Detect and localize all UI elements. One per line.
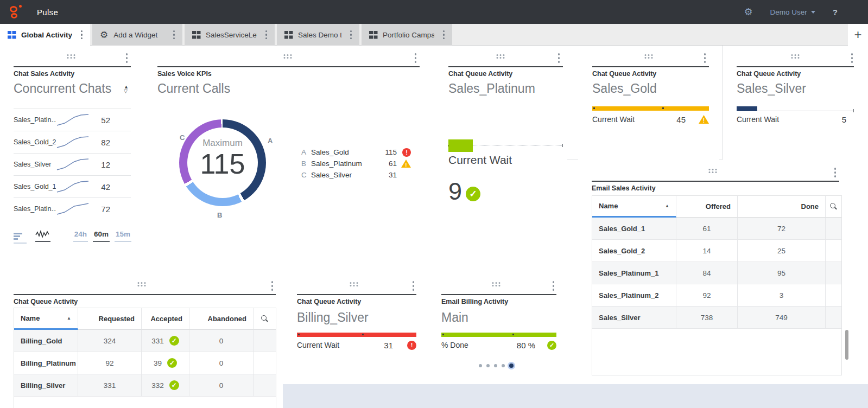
tab-salesservicelevel[interactable]: SalesServiceLevel — [185, 24, 275, 46]
widget-title: Chat Queue Activity — [297, 298, 361, 305]
donut-segment-label: C — [180, 133, 185, 142]
pager-dot[interactable] — [494, 364, 497, 367]
pager-dot[interactable] — [502, 364, 505, 367]
table-row[interactable]: Sales_Platinum_1 84 95 — [592, 262, 841, 284]
table-row[interactable]: Sales_Silver 738 749 — [592, 307, 841, 329]
table-row[interactable]: Billing_Silver 331 332 0 — [14, 374, 276, 397]
column-header-search[interactable] — [254, 308, 276, 330]
sparkline-list: Sales_Platin... 52 Sales_Gold_2 82 Sales… — [14, 109, 131, 220]
column-header-search[interactable] — [826, 196, 841, 218]
tab-menu-icon[interactable] — [262, 28, 271, 42]
drag-handle-icon[interactable] — [284, 54, 292, 59]
drag-handle-icon[interactable] — [645, 54, 653, 59]
tab-menu-icon[interactable] — [78, 28, 86, 42]
widget-title: Chat Queue Activity — [448, 70, 512, 78]
drag-handle-icon[interactable] — [137, 282, 145, 286]
metric-row: Current Wait 45 — [592, 114, 709, 125]
gauge-bar-green — [448, 139, 473, 152]
pager-dot[interactable] — [486, 364, 490, 367]
sparkline-view-icon[interactable] — [35, 230, 50, 242]
list-item[interactable]: Sales_Platin... 72 — [14, 197, 131, 220]
sort-toggle-icon[interactable]: ▲▽ — [124, 85, 129, 93]
widget-email-sales-activity: Email Sales Activity Name ▲ Offered Done… — [580, 160, 845, 371]
widget-menu-icon[interactable] — [556, 52, 562, 64]
column-header-abandoned[interactable]: Abandoned — [189, 308, 254, 330]
legend-row: B Sales_Platinum 61 — [301, 158, 411, 169]
user-menu[interactable]: Demo User — [770, 8, 815, 16]
column-header-done[interactable]: Done — [738, 196, 826, 218]
column-header-name[interactable]: Name ▲ — [14, 308, 78, 330]
pager-dot[interactable] — [479, 364, 482, 367]
chat-queue-table: Name ▲ Requested Accepted Abandoned Bill… — [14, 308, 276, 408]
drag-handle-icon[interactable] — [791, 54, 800, 59]
tab-sales-demo-team[interactable]: Sales Demo team — [277, 24, 359, 46]
widget-rule — [592, 66, 709, 67]
dashboard-grid-icon — [8, 31, 16, 39]
table-row[interactable]: Sales_Gold_2 14 25 — [592, 240, 841, 262]
widget-menu-icon[interactable] — [550, 280, 557, 292]
ok-status-icon — [167, 358, 177, 368]
widget-menu-icon[interactable] — [124, 52, 130, 64]
list-view-icon[interactable] — [14, 230, 27, 244]
help-button[interactable]: ? — [833, 8, 838, 17]
drag-handle-icon[interactable] — [350, 282, 358, 286]
widget-sales-voice-kpis: Sales Voice KPIs Current Calls Maximum 1… — [142, 46, 434, 266]
metric-row: Current Wait 5 — [737, 114, 854, 125]
sparkline-chart — [56, 157, 90, 171]
scrollbar-thumb[interactable] — [845, 330, 848, 360]
list-item[interactable]: Sales_Platin... 52 — [14, 109, 131, 131]
widget-title: Sales Voice KPIs — [157, 70, 212, 78]
table-empty-area — [592, 329, 841, 375]
settings-gear-icon[interactable] — [744, 6, 752, 18]
dashboard-grid-icon — [284, 31, 293, 39]
tab-menu-icon[interactable] — [440, 28, 448, 42]
drag-handle-icon[interactable] — [67, 54, 75, 59]
table-row[interactable]: Billing_Gold 324 331 0 — [14, 330, 276, 352]
gauge-threshold-marker — [362, 334, 364, 335]
table-row[interactable]: Sales_Gold_1 61 72 — [592, 218, 841, 240]
dashboard-background-band — [283, 384, 868, 408]
gauge-end-tick — [562, 144, 563, 147]
add-dashboard-button[interactable]: + — [848, 24, 868, 46]
tab-portfolio-campaign[interactable]: Portfolio Campaig — [362, 24, 452, 46]
chevron-down-icon — [811, 11, 815, 14]
column-header-offered[interactable]: Offered — [676, 196, 738, 218]
donut-center-label: Maximum — [179, 138, 266, 149]
gauge-end-tick — [853, 109, 854, 112]
accepted-cell: 332 — [142, 374, 189, 396]
search-icon[interactable] — [830, 203, 837, 210]
widget-menu-icon[interactable] — [832, 167, 839, 178]
widget-menu-icon[interactable] — [702, 52, 708, 64]
widget-menu-icon[interactable] — [269, 280, 276, 292]
drag-handle-icon[interactable] — [492, 282, 500, 286]
range-60m-button[interactable]: 60m — [93, 230, 110, 242]
tab-menu-icon[interactable] — [170, 28, 179, 42]
tab-menu-icon[interactable] — [347, 28, 356, 42]
range-24h-button[interactable]: 24h — [73, 230, 88, 242]
widget-menu-icon[interactable] — [849, 52, 856, 64]
drag-handle-icon[interactable] — [497, 54, 505, 59]
table-row[interactable]: Billing_Platinum 92 39 0 — [14, 352, 276, 374]
column-header-name[interactable]: Name ▲ — [592, 196, 676, 218]
list-item[interactable]: Sales_Gold_1 42 — [14, 175, 131, 197]
table-row[interactable]: Sales_Platinum_2 92 3 — [592, 284, 841, 307]
gauge-threshold-marker — [442, 334, 444, 335]
search-icon[interactable] — [261, 315, 268, 322]
donut-segment-label: B — [217, 211, 222, 219]
email-sales-table: Name ▲ Offered Done Sales_Gold_1 61 72 S… — [592, 195, 842, 375]
table-header: Name ▲ Requested Accepted Abandoned — [14, 308, 276, 330]
metric-label: Current Wait — [737, 115, 779, 124]
list-item[interactable]: Sales_Gold_2 82 — [14, 131, 131, 153]
drag-handle-icon[interactable] — [708, 169, 717, 173]
tab-global-activity[interactable]: Global Activity — [0, 24, 90, 46]
column-header-requested[interactable]: Requested — [78, 308, 142, 330]
tab-add-a-widget[interactable]: Add a Widget — [92, 24, 182, 46]
donut-center: Maximum 115 — [179, 138, 266, 179]
range-15m-button[interactable]: 15m — [115, 230, 131, 242]
widget-menu-icon[interactable] — [410, 280, 417, 292]
widget-menu-icon[interactable] — [413, 52, 419, 64]
list-item[interactable]: Sales_Silver 12 — [14, 153, 131, 175]
column-header-accepted[interactable]: Accepted — [142, 308, 189, 330]
donut-legend: A Sales_Gold 115 B Sales_Platinum 61 C S… — [301, 146, 411, 181]
pager-dot-active[interactable] — [509, 364, 514, 368]
